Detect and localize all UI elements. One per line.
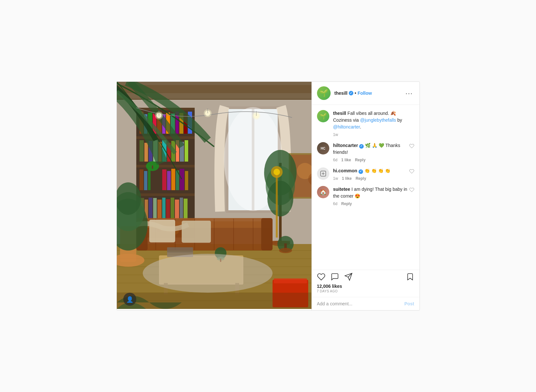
svg-rect-44 [152, 165, 153, 169]
comment-1-avatar[interactable]: HC [317, 142, 329, 154]
post-header: 🌱 thesill • Follow ··· [312, 82, 420, 105]
comment-1-content: hiltoncarter 🌿 🙏 💚 Thanks friends! 6d 1 … [333, 142, 414, 162]
post-comment-button[interactable]: Post [404, 301, 414, 306]
svg-rect-62 [175, 200, 179, 219]
comment-2-avatar[interactable] [317, 167, 329, 180]
svg-rect-60 [166, 199, 170, 219]
caption-comment: 🌱 thesill Fall vibes all around. 🍂 Cozin… [317, 110, 414, 137]
svg-rect-47 [148, 169, 151, 190]
share-button[interactable] [344, 273, 353, 281]
comment-3-avatar[interactable]: 🏠 [317, 186, 329, 198]
header-avatar[interactable]: 🌱 [317, 86, 331, 100]
svg-rect-50 [171, 169, 175, 190]
svg-rect-32 [140, 140, 144, 162]
svg-rect-45 [140, 169, 143, 190]
svg-rect-134 [276, 173, 278, 238]
comment-1-heart-button[interactable] [409, 143, 414, 150]
svg-rect-33 [144, 143, 148, 162]
svg-rect-104 [261, 218, 273, 251]
comments-section: 🌱 thesill Fall vibes all around. 🍂 Cozin… [312, 105, 420, 270]
likes-count: 12,006 likes [317, 284, 414, 289]
comment-3-heart-button[interactable] [409, 187, 414, 193]
svg-rect-48 [162, 169, 166, 190]
comment-2-reply-button[interactable]: Reply [356, 176, 366, 181]
comment-1-likes: 1 like [341, 158, 351, 162]
svg-rect-57 [153, 198, 157, 219]
svg-point-136 [274, 169, 280, 175]
caption-link1[interactable]: @junglebythefalls [360, 117, 396, 123]
svg-rect-16 [136, 165, 195, 167]
comment-3-content: suitetee I am dying! That big baby in th… [333, 186, 414, 206]
post-image: 👤 [117, 82, 311, 309]
header-username-row: thesill • Follow [335, 91, 404, 96]
follow-button[interactable]: Follow [358, 91, 372, 96]
comment-2: hi.common 👏 👏 👏 👏 1w 1 like Reply [317, 167, 414, 181]
comment-3-time: 6d [333, 202, 337, 206]
svg-rect-64 [184, 199, 188, 219]
svg-rect-61 [171, 198, 174, 219]
heart-icon [409, 143, 414, 149]
caption-text-part3: . [360, 124, 361, 129]
comment-1-verified [359, 144, 364, 149]
svg-rect-132 [274, 278, 307, 283]
heart-icon-2 [409, 169, 414, 174]
comment-3-username[interactable]: suitetee [333, 187, 350, 192]
comment-2-content: hi.common 👏 👏 👏 👏 1w 1 like Reply [333, 167, 414, 181]
svg-point-122 [143, 254, 273, 293]
svg-text:👤: 👤 [126, 296, 134, 303]
comment-1: HC hiltoncarter 🌿 🙏 💚 Thanks friends! 6d… [317, 142, 414, 162]
caption-username[interactable]: thesill [333, 111, 346, 116]
like-button[interactable] [317, 273, 325, 281]
svg-rect-58 [157, 200, 162, 219]
bookmark-button[interactable] [406, 273, 414, 281]
svg-rect-59 [162, 198, 165, 219]
svg-rect-14 [136, 108, 195, 110]
action-left-group [317, 273, 353, 281]
comment-2-username[interactable]: hi.common [333, 168, 358, 173]
svg-rect-137 [117, 293, 311, 309]
header-username-text[interactable]: thesill [335, 91, 347, 96]
svg-rect-112 [182, 221, 211, 243]
svg-rect-49 [167, 171, 171, 190]
share-icon [344, 273, 353, 281]
add-comment-input[interactable] [317, 301, 405, 306]
comment-3: 🏠 suitetee I am dying! That big baby in … [317, 186, 414, 206]
header-info: thesill • Follow [335, 91, 404, 96]
instagram-post: 👤 🌱 thesill • Follow ··· 🌱 [116, 81, 420, 311]
bookmark-icon [406, 273, 414, 281]
caption-link2[interactable]: @hiltoncarter [333, 124, 360, 129]
svg-rect-118 [167, 247, 193, 252]
comment-2-meta: 1w 1 like Reply [333, 176, 414, 181]
post-image-side: 👤 [117, 82, 311, 310]
svg-rect-53 [185, 171, 188, 190]
dot-separator: • [355, 91, 356, 96]
comment-2-verified [359, 169, 363, 174]
comment-2-body: 👏 👏 👏 👏 [364, 168, 390, 173]
comment-1-username[interactable]: hiltoncarter [333, 143, 358, 148]
caption-text: thesill Fall vibes all around. 🍂 Cozines… [333, 110, 414, 130]
post-date: 7 days ago [317, 289, 414, 293]
comment-3-meta: 6d Reply [333, 202, 414, 206]
svg-rect-52 [180, 169, 184, 190]
comment-2-heart-button[interactable] [409, 169, 414, 175]
svg-rect-63 [180, 198, 183, 219]
post-right-side: 🌱 thesill • Follow ··· 🌱 thesill Fall vi… [311, 82, 420, 310]
comment-3-reply-button[interactable]: Reply [341, 202, 352, 206]
comment-1-reply-button[interactable]: Reply [355, 158, 366, 162]
caption-avatar[interactable]: 🌱 [317, 110, 329, 122]
comment-2-text: hi.common 👏 👏 👏 👏 [333, 167, 414, 174]
svg-rect-111 [149, 220, 175, 242]
comment-3-text: suitetee I am dying! That big baby in th… [333, 186, 414, 200]
comment-button[interactable] [331, 273, 339, 281]
verified-badge [349, 91, 353, 95]
add-comment-bar: Post [312, 297, 420, 310]
svg-point-98 [267, 181, 293, 216]
caption-time: 1w [333, 132, 338, 137]
caption-meta: 1w [333, 132, 414, 137]
more-options-button[interactable]: ··· [404, 90, 414, 97]
caption-text-part2: by [396, 117, 402, 123]
like-icon [317, 273, 325, 281]
post-actions: 12,006 likes 7 days ago [312, 270, 420, 297]
comment-1-text: hiltoncarter 🌿 🙏 💚 Thanks friends! [333, 142, 414, 156]
comment-1-meta: 6d 1 like Reply [333, 158, 414, 162]
